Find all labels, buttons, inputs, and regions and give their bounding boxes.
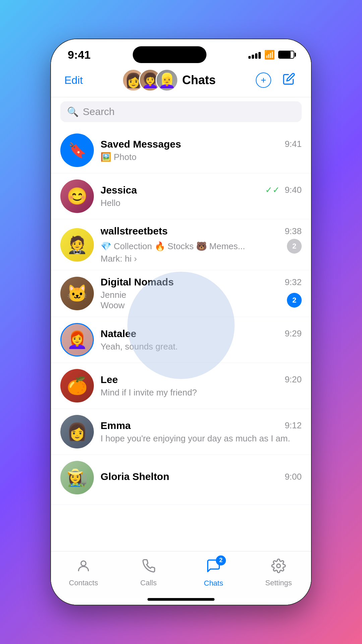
chat-message-row: Yeah, sounds great. xyxy=(101,341,302,352)
chat-name-row: Lee 9:20 xyxy=(101,374,302,385)
tab-bar: Contacts Calls 2 Chats xyxy=(51,551,311,598)
chat-message-row: Jennie Woow 2 xyxy=(101,290,302,311)
chat-message: I hope you're enjoying your day as much … xyxy=(101,433,290,444)
svg-point-1 xyxy=(277,564,281,568)
list-item[interactable]: 😊 Jessica ✓✓ 9:40 Hello xyxy=(51,173,311,219)
status-time: 9:41 xyxy=(68,48,90,61)
search-bar[interactable]: 🔍 Search xyxy=(60,101,302,122)
chat-time: 9:20 xyxy=(285,374,302,385)
chat-name: Digital Nomads xyxy=(101,276,174,288)
chat-message-row: Mind if I invite my friend? xyxy=(101,387,302,398)
chat-content: Jessica ✓✓ 9:40 Hello xyxy=(101,184,302,208)
chat-name-row: Digital Nomads 9:32 xyxy=(101,276,302,288)
list-item[interactable]: 🔖 Saved Messages 9:41 🖼️ Photo xyxy=(51,127,311,173)
list-item[interactable]: 🐱 Digital Nomads 9:32 Jennie Woow 2 xyxy=(51,270,311,317)
tab-settings-label: Settings xyxy=(265,579,292,587)
chat-time: 9:12 xyxy=(285,420,302,431)
chat-name-row: Saved Messages 9:41 xyxy=(101,139,302,150)
tab-contacts[interactable]: Contacts xyxy=(51,558,116,587)
add-chat-button[interactable]: + xyxy=(255,71,272,89)
tab-chats[interactable]: 2 Chats xyxy=(181,558,246,588)
chat-content: Natalee 9:29 Yeah, sounds great. xyxy=(101,328,302,352)
home-bar xyxy=(147,598,215,601)
nav-center: 👩 👩‍🦱 👱‍♀️ Chats xyxy=(122,69,216,92)
edit-button[interactable]: Edit xyxy=(64,74,83,87)
search-input[interactable]: Search xyxy=(83,106,115,117)
list-item[interactable]: 🍊 Lee 9:20 Mind if I invite my friend? xyxy=(51,363,311,409)
story-avatar-3[interactable]: 👱‍♀️ xyxy=(156,69,178,92)
chat-name-row: Jessica ✓✓ 9:40 xyxy=(101,184,302,196)
tab-chats-label: Chats xyxy=(204,579,223,588)
phone-screen: 9:41 📶 Edit 👩 xyxy=(51,39,311,605)
avatar: 👩‍🌾 xyxy=(60,461,94,494)
contacts-icon xyxy=(76,558,91,577)
chat-content: Emma 9:12 I hope you're enjoying your da… xyxy=(101,420,302,444)
chat-name: wallstreetbets xyxy=(101,225,168,237)
chat-message-row: 🖼️ Photo xyxy=(101,152,302,162)
chat-time: 9:32 xyxy=(285,277,302,287)
avatar: 👩‍🦰 xyxy=(60,323,94,357)
status-bar: 9:41 📶 xyxy=(51,39,311,66)
nav-actions: + xyxy=(255,71,298,89)
chat-time: 9:40 xyxy=(285,185,302,195)
avatar: 😊 xyxy=(60,179,94,213)
chat-time: 9:00 xyxy=(285,472,302,482)
tab-contacts-label: Contacts xyxy=(69,579,98,587)
chat-name-row: Natalee 9:29 xyxy=(101,328,302,339)
svg-point-0 xyxy=(81,561,86,566)
compose-button[interactable] xyxy=(280,71,298,89)
battery-icon xyxy=(278,51,294,59)
dynamic-island xyxy=(133,46,206,63)
chat-name: Natalee xyxy=(101,328,136,339)
search-icon: 🔍 xyxy=(67,106,79,117)
circle-plus-icon: + xyxy=(256,72,271,88)
avatar: 🤵 xyxy=(60,228,94,262)
story-avatars[interactable]: 👩 👩‍🦱 👱‍♀️ xyxy=(122,69,178,92)
chat-content: Gloria Shelton 9:00 xyxy=(101,471,302,484)
wifi-icon: 📶 xyxy=(264,50,275,60)
chat-name-row: Emma 9:12 xyxy=(101,420,302,431)
chat-content: Saved Messages 9:41 🖼️ Photo xyxy=(101,139,302,162)
read-receipt-icon: ✓✓ xyxy=(265,185,280,195)
chat-name: Lee xyxy=(101,374,118,385)
chat-name: Saved Messages xyxy=(101,139,181,150)
chat-message: Yeah, sounds great. xyxy=(101,341,178,352)
tab-calls-label: Calls xyxy=(140,579,157,587)
chat-content: Digital Nomads 9:32 Jennie Woow 2 xyxy=(101,276,302,311)
chat-message: Hello xyxy=(101,198,120,208)
page-title: Chats xyxy=(182,73,216,87)
chat-list: 🔖 Saved Messages 9:41 🖼️ Photo 😊 xyxy=(51,127,311,551)
tab-calls[interactable]: Calls xyxy=(116,558,181,587)
chat-name: Jessica xyxy=(101,184,137,196)
chat-badge: 2 xyxy=(216,555,226,566)
status-icons: 📶 xyxy=(248,50,294,60)
chat-time: 9:41 xyxy=(285,139,302,149)
settings-icon xyxy=(271,558,286,577)
signal-icon xyxy=(248,51,261,59)
phone-frame: 9:41 📶 Edit 👩 xyxy=(50,39,312,605)
list-item[interactable]: 👩‍🦰 Natalee 9:29 Yeah, sounds great. xyxy=(51,317,311,363)
chat-time: 9:29 xyxy=(285,328,302,339)
chat-message-row: Hello xyxy=(101,198,302,208)
chat-name-row: wallstreetbets 9:38 xyxy=(101,225,302,237)
chat-message: 🖼️ Photo xyxy=(101,152,136,162)
chat-sub-message: Mark: hi › xyxy=(101,254,137,264)
unread-badge: 2 xyxy=(287,239,302,254)
search-container: 🔍 Search xyxy=(51,97,311,127)
tab-settings[interactable]: Settings xyxy=(246,558,311,587)
chat-content: wallstreetbets 9:38 💎 Collection 🔥 Stock… xyxy=(101,225,302,264)
chat-message: Woow xyxy=(101,300,125,310)
chat-message-row: I hope you're enjoying your day as much … xyxy=(101,433,302,444)
list-item[interactable]: 🤵 wallstreetbets 9:38 💎 Collection 🔥 Sto… xyxy=(51,219,311,270)
chat-message-row: 💎 Collection 🔥 Stocks 🐻 Memes... 2 xyxy=(101,239,302,254)
chat-message: Mind if I invite my friend? xyxy=(101,387,197,398)
list-item[interactable]: 👩 Emma 9:12 I hope you're enjoying your … xyxy=(51,409,311,455)
bookmark-icon: 🔖 xyxy=(68,142,86,159)
chat-name: Gloria Shelton xyxy=(101,471,169,482)
calls-icon xyxy=(141,558,156,577)
chat-name-row: Gloria Shelton 9:00 xyxy=(101,471,302,482)
list-item[interactable]: 👩‍🌾 Gloria Shelton 9:00 xyxy=(51,455,311,505)
avatar: 🔖 xyxy=(60,133,94,167)
unread-badge: 2 xyxy=(287,293,302,308)
avatar: 🐱 xyxy=(60,277,94,310)
